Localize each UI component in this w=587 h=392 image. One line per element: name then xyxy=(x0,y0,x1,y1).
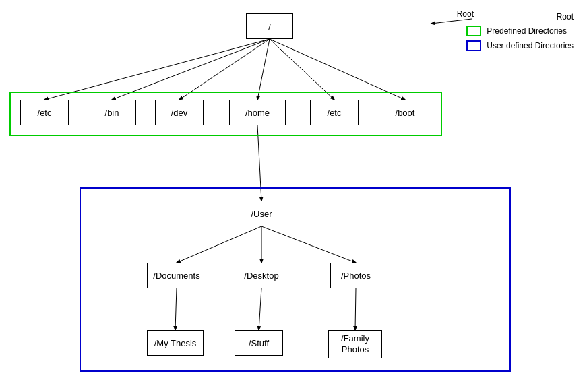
svg-line-3 xyxy=(179,39,270,100)
predefined-color-box xyxy=(466,26,481,36)
node-home: /home xyxy=(229,100,286,125)
predefined-label: Predefined Directories xyxy=(487,26,567,36)
legend: Root Predefined Directories User defined… xyxy=(466,12,574,55)
node-mythesis: /My Thesis xyxy=(147,330,204,356)
svg-line-5 xyxy=(270,39,334,100)
userdefined-group-box xyxy=(80,187,511,372)
userdefined-color-box xyxy=(466,40,481,51)
node-familyphotos: /Family Photos xyxy=(328,330,382,358)
node-stuff: /Stuff xyxy=(235,330,283,356)
node-desktop: /Desktop xyxy=(235,263,288,288)
node-etc2: /etc xyxy=(310,100,359,125)
legend-userdefined: User defined Directories xyxy=(466,40,574,51)
legend-predefined: Predefined Directories xyxy=(466,26,574,36)
predefined-group-box xyxy=(9,92,442,136)
node-photos: /Photos xyxy=(330,263,381,288)
svg-line-4 xyxy=(257,39,270,100)
node-dev: /dev xyxy=(155,100,204,125)
node-etc1: /etc xyxy=(20,100,69,125)
root-legend-label: Root xyxy=(557,12,574,22)
userdefined-label: User defined Directories xyxy=(487,41,574,51)
svg-line-1 xyxy=(44,39,270,100)
root-label-text: Root xyxy=(457,9,474,19)
node-root: / xyxy=(246,13,293,39)
node-documents: /Documents xyxy=(147,263,206,288)
diagram: Root Predefined Directories User defined… xyxy=(0,0,587,392)
svg-line-6 xyxy=(270,39,405,100)
node-bin: /bin xyxy=(88,100,136,125)
svg-line-2 xyxy=(112,39,270,100)
node-user: /User xyxy=(235,201,288,226)
node-boot: /boot xyxy=(381,100,429,125)
svg-line-0 xyxy=(431,19,472,24)
